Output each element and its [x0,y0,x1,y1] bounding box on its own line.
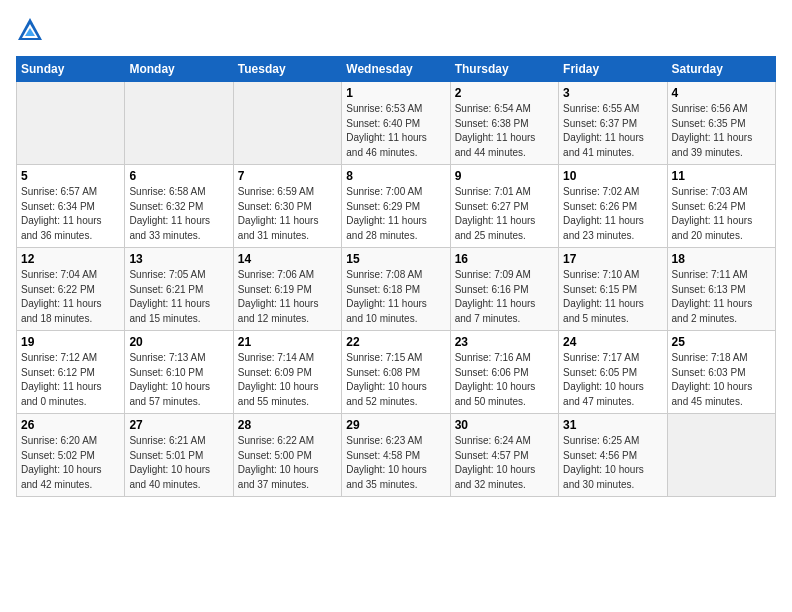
day-info: Sunrise: 7:13 AM Sunset: 6:10 PM Dayligh… [129,351,228,409]
calendar-cell: 2Sunrise: 6:54 AM Sunset: 6:38 PM Daylig… [450,82,558,165]
day-number: 12 [21,252,120,266]
calendar-cell: 4Sunrise: 6:56 AM Sunset: 6:35 PM Daylig… [667,82,775,165]
day-info: Sunrise: 7:15 AM Sunset: 6:08 PM Dayligh… [346,351,445,409]
week-row-2: 5Sunrise: 6:57 AM Sunset: 6:34 PM Daylig… [17,165,776,248]
day-info: Sunrise: 6:56 AM Sunset: 6:35 PM Dayligh… [672,102,771,160]
day-info: Sunrise: 6:57 AM Sunset: 6:34 PM Dayligh… [21,185,120,243]
week-row-4: 19Sunrise: 7:12 AM Sunset: 6:12 PM Dayli… [17,331,776,414]
calendar-cell: 13Sunrise: 7:05 AM Sunset: 6:21 PM Dayli… [125,248,233,331]
day-info: Sunrise: 6:23 AM Sunset: 4:58 PM Dayligh… [346,434,445,492]
day-info: Sunrise: 7:16 AM Sunset: 6:06 PM Dayligh… [455,351,554,409]
day-number: 19 [21,335,120,349]
day-info: Sunrise: 7:00 AM Sunset: 6:29 PM Dayligh… [346,185,445,243]
day-info: Sunrise: 6:21 AM Sunset: 5:01 PM Dayligh… [129,434,228,492]
day-header-sunday: Sunday [17,57,125,82]
calendar-cell [125,82,233,165]
day-number: 3 [563,86,662,100]
day-number: 29 [346,418,445,432]
day-number: 11 [672,169,771,183]
calendar-cell: 30Sunrise: 6:24 AM Sunset: 4:57 PM Dayli… [450,414,558,497]
calendar-cell [667,414,775,497]
day-number: 8 [346,169,445,183]
day-number: 28 [238,418,337,432]
day-number: 27 [129,418,228,432]
day-number: 17 [563,252,662,266]
calendar-cell: 14Sunrise: 7:06 AM Sunset: 6:19 PM Dayli… [233,248,341,331]
day-number: 1 [346,86,445,100]
calendar-cell: 1Sunrise: 6:53 AM Sunset: 6:40 PM Daylig… [342,82,450,165]
calendar-cell: 21Sunrise: 7:14 AM Sunset: 6:09 PM Dayli… [233,331,341,414]
calendar-cell: 16Sunrise: 7:09 AM Sunset: 6:16 PM Dayli… [450,248,558,331]
calendar-cell [233,82,341,165]
day-number: 30 [455,418,554,432]
day-number: 25 [672,335,771,349]
day-header-thursday: Thursday [450,57,558,82]
day-info: Sunrise: 7:18 AM Sunset: 6:03 PM Dayligh… [672,351,771,409]
calendar-cell: 25Sunrise: 7:18 AM Sunset: 6:03 PM Dayli… [667,331,775,414]
calendar-cell: 31Sunrise: 6:25 AM Sunset: 4:56 PM Dayli… [559,414,667,497]
calendar-cell: 10Sunrise: 7:02 AM Sunset: 6:26 PM Dayli… [559,165,667,248]
day-info: Sunrise: 6:25 AM Sunset: 4:56 PM Dayligh… [563,434,662,492]
calendar-cell: 24Sunrise: 7:17 AM Sunset: 6:05 PM Dayli… [559,331,667,414]
calendar-cell: 29Sunrise: 6:23 AM Sunset: 4:58 PM Dayli… [342,414,450,497]
day-info: Sunrise: 7:12 AM Sunset: 6:12 PM Dayligh… [21,351,120,409]
calendar-cell: 5Sunrise: 6:57 AM Sunset: 6:34 PM Daylig… [17,165,125,248]
calendar-cell: 3Sunrise: 6:55 AM Sunset: 6:37 PM Daylig… [559,82,667,165]
calendar-cell: 20Sunrise: 7:13 AM Sunset: 6:10 PM Dayli… [125,331,233,414]
day-header-saturday: Saturday [667,57,775,82]
day-number: 10 [563,169,662,183]
day-number: 23 [455,335,554,349]
day-info: Sunrise: 7:10 AM Sunset: 6:15 PM Dayligh… [563,268,662,326]
day-header-friday: Friday [559,57,667,82]
calendar-cell: 12Sunrise: 7:04 AM Sunset: 6:22 PM Dayli… [17,248,125,331]
calendar-cell: 8Sunrise: 7:00 AM Sunset: 6:29 PM Daylig… [342,165,450,248]
day-number: 31 [563,418,662,432]
day-number: 18 [672,252,771,266]
calendar-cell: 6Sunrise: 6:58 AM Sunset: 6:32 PM Daylig… [125,165,233,248]
week-row-1: 1Sunrise: 6:53 AM Sunset: 6:40 PM Daylig… [17,82,776,165]
day-number: 26 [21,418,120,432]
day-number: 20 [129,335,228,349]
page-header [16,16,776,44]
day-info: Sunrise: 6:58 AM Sunset: 6:32 PM Dayligh… [129,185,228,243]
day-info: Sunrise: 6:59 AM Sunset: 6:30 PM Dayligh… [238,185,337,243]
day-number: 13 [129,252,228,266]
day-info: Sunrise: 6:54 AM Sunset: 6:38 PM Dayligh… [455,102,554,160]
day-info: Sunrise: 7:01 AM Sunset: 6:27 PM Dayligh… [455,185,554,243]
day-info: Sunrise: 7:02 AM Sunset: 6:26 PM Dayligh… [563,185,662,243]
calendar-table: SundayMondayTuesdayWednesdayThursdayFrid… [16,56,776,497]
calendar-cell: 27Sunrise: 6:21 AM Sunset: 5:01 PM Dayli… [125,414,233,497]
day-info: Sunrise: 7:09 AM Sunset: 6:16 PM Dayligh… [455,268,554,326]
day-number: 9 [455,169,554,183]
day-number: 5 [21,169,120,183]
day-info: Sunrise: 7:05 AM Sunset: 6:21 PM Dayligh… [129,268,228,326]
calendar-cell: 19Sunrise: 7:12 AM Sunset: 6:12 PM Dayli… [17,331,125,414]
day-info: Sunrise: 7:17 AM Sunset: 6:05 PM Dayligh… [563,351,662,409]
day-number: 4 [672,86,771,100]
calendar-cell: 15Sunrise: 7:08 AM Sunset: 6:18 PM Dayli… [342,248,450,331]
day-header-tuesday: Tuesday [233,57,341,82]
logo [16,16,46,44]
calendar-cell: 9Sunrise: 7:01 AM Sunset: 6:27 PM Daylig… [450,165,558,248]
week-row-3: 12Sunrise: 7:04 AM Sunset: 6:22 PM Dayli… [17,248,776,331]
day-number: 22 [346,335,445,349]
calendar-cell: 28Sunrise: 6:22 AM Sunset: 5:00 PM Dayli… [233,414,341,497]
calendar-header-row: SundayMondayTuesdayWednesdayThursdayFrid… [17,57,776,82]
day-info: Sunrise: 7:06 AM Sunset: 6:19 PM Dayligh… [238,268,337,326]
calendar-cell: 11Sunrise: 7:03 AM Sunset: 6:24 PM Dayli… [667,165,775,248]
day-info: Sunrise: 6:24 AM Sunset: 4:57 PM Dayligh… [455,434,554,492]
day-number: 24 [563,335,662,349]
calendar-cell [17,82,125,165]
day-info: Sunrise: 7:11 AM Sunset: 6:13 PM Dayligh… [672,268,771,326]
day-number: 14 [238,252,337,266]
week-row-5: 26Sunrise: 6:20 AM Sunset: 5:02 PM Dayli… [17,414,776,497]
day-info: Sunrise: 6:20 AM Sunset: 5:02 PM Dayligh… [21,434,120,492]
day-number: 6 [129,169,228,183]
calendar-cell: 18Sunrise: 7:11 AM Sunset: 6:13 PM Dayli… [667,248,775,331]
calendar-cell: 22Sunrise: 7:15 AM Sunset: 6:08 PM Dayli… [342,331,450,414]
calendar-cell: 17Sunrise: 7:10 AM Sunset: 6:15 PM Dayli… [559,248,667,331]
day-number: 21 [238,335,337,349]
logo-icon [16,16,44,44]
day-info: Sunrise: 6:22 AM Sunset: 5:00 PM Dayligh… [238,434,337,492]
day-header-monday: Monday [125,57,233,82]
